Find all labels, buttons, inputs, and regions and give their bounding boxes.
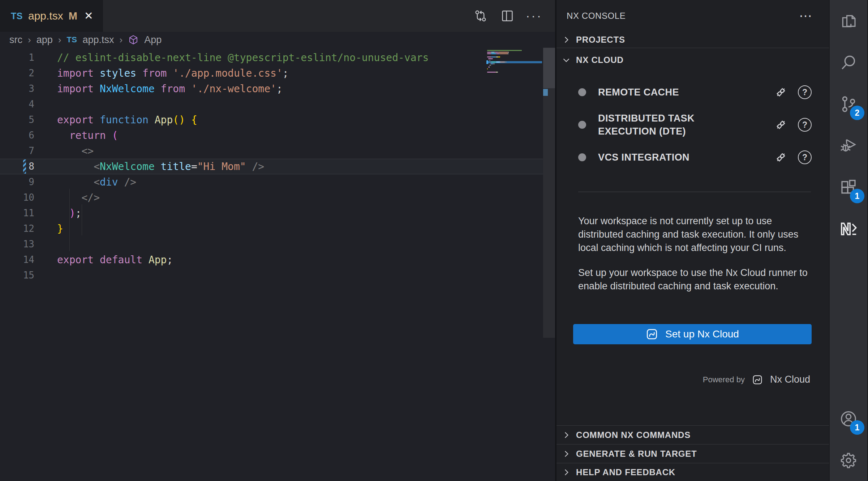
scrollbar-slider[interactable] <box>543 48 555 88</box>
breadcrumb-symbol[interactable]: App <box>144 34 162 46</box>
minimap[interactable] <box>487 50 542 93</box>
tab-filename: app.tsx <box>28 10 63 22</box>
chevron-down-icon <box>562 55 571 65</box>
line-number: 3 <box>0 81 34 97</box>
code-text: import NxWelcome from './nx-welcome'; <box>57 81 283 97</box>
line-number: 8 <box>0 159 34 174</box>
accounts-badge: 1 <box>850 420 864 435</box>
activity-item-search[interactable] <box>830 42 867 83</box>
code-line[interactable]: 4 <box>0 97 543 112</box>
panel-header: NX CONSOLE ⋯ <box>557 0 829 32</box>
connect-plug-icon[interactable] <box>773 85 788 100</box>
chevron-right-icon <box>562 468 571 477</box>
code-line[interactable]: 3import NxWelcome from './nx-welcome'; <box>0 81 543 97</box>
editor-scrollbar[interactable] <box>543 48 555 338</box>
status-dot-icon <box>578 121 586 129</box>
symbol-cube-icon <box>128 34 139 45</box>
section-help-and-feedback[interactable]: HELP AND FEEDBACK <box>557 463 829 481</box>
split-editor-icon[interactable] <box>500 9 515 23</box>
activity-item-settings[interactable] <box>830 439 867 481</box>
breadcrumb-app[interactable]: app <box>36 34 53 46</box>
code-line[interactable]: 13 <box>0 237 543 252</box>
typescript-file-icon: TS <box>11 11 23 21</box>
help-question-icon[interactable]: ? <box>798 118 812 132</box>
breadcrumb-file[interactable]: app.tsx <box>83 34 114 46</box>
code-line[interactable]: 6 return ( <box>0 128 543 143</box>
chevron-right-icon: › <box>58 34 61 46</box>
minimap-line <box>487 63 542 64</box>
chevron-right-icon <box>562 449 571 459</box>
code-line[interactable]: 10 </> <box>0 190 543 205</box>
code-text: </> <box>57 190 100 205</box>
code-line[interactable]: 2import styles from './app.module.css'; <box>0 65 543 81</box>
list-item-vcs-integration[interactable]: VCS INTEGRATION ? <box>557 141 829 174</box>
activity-item-run-and-debug[interactable] <box>830 125 867 166</box>
line-number: 4 <box>0 97 34 112</box>
line-number: 14 <box>0 252 34 268</box>
section-projects[interactable]: PROJECTS <box>557 32 829 48</box>
code-line[interactable]: 5export function App() { <box>0 112 543 128</box>
section-common-nx-commands[interactable]: COMMON NX COMMANDS <box>557 425 829 444</box>
gear-icon <box>839 451 858 470</box>
tab-app-tsx[interactable]: TS app.tsx M ✕ <box>0 0 103 32</box>
help-question-icon[interactable]: ? <box>798 85 812 99</box>
section-projects-label: PROJECTS <box>576 35 625 45</box>
code-editor[interactable]: 1// eslint-disable-next-line @typescript… <box>0 48 555 481</box>
item-label: DISTRIBUTED TASK EXECUTION (DTE) <box>598 112 721 138</box>
minimap-line <box>487 72 542 73</box>
search-icon <box>839 53 858 72</box>
more-actions-icon[interactable]: ⋯ <box>799 13 814 18</box>
code-line[interactable]: 15 <box>0 268 543 283</box>
section-label: GENERATE & RUN TARGET <box>576 449 697 459</box>
workspace-status-text: Your workspace is not currently set up t… <box>557 214 829 255</box>
connect-plug-icon[interactable] <box>773 117 788 132</box>
code-line[interactable]: 9 <div /> <box>0 174 543 190</box>
run-debug-icon <box>839 136 858 156</box>
activity-item-nx-console[interactable] <box>830 208 867 250</box>
section-label: HELP AND FEEDBACK <box>576 467 675 477</box>
breadcrumb-src[interactable]: src <box>9 34 22 46</box>
code-text: import styles from './app.module.css'; <box>57 65 289 81</box>
line-number: 13 <box>0 237 34 252</box>
nx-console-icon <box>839 219 858 239</box>
status-dot-icon <box>578 153 586 161</box>
code-line[interactable]: 7 <> <box>0 143 543 159</box>
code-text: export default App; <box>57 252 173 268</box>
nx-cloud-items: REMOTE CACHE ? <box>557 72 829 174</box>
line-number: 6 <box>0 128 34 143</box>
code-text: <NxWelcome title="Hi Mom" /> <box>57 159 264 174</box>
list-item-dte[interactable]: DISTRIBUTED TASK EXECUTION (DTE) <box>557 108 829 141</box>
powered-by: Powered by Nx Cloud <box>557 374 829 385</box>
chevron-right-icon <box>562 35 571 44</box>
list-item-remote-cache[interactable]: REMOTE CACHE ? <box>557 76 829 108</box>
minimap-line <box>487 50 542 51</box>
code-line[interactable]: 1// eslint-disable-next-line @typescript… <box>0 50 543 65</box>
close-icon[interactable]: ✕ <box>84 10 93 21</box>
activity-item-explorer[interactable] <box>830 0 867 42</box>
git-modified-badge: M <box>69 10 77 22</box>
open-changes-icon[interactable] <box>473 9 488 23</box>
setup-button-label: Set up Nx Cloud <box>665 328 739 340</box>
nx-console-panel: NX CONSOLE ⋯ PROJECTS NX CLOUD REMOTE CA… <box>557 0 830 481</box>
indent-guide <box>69 189 70 251</box>
code-text: <div /> <box>57 174 136 190</box>
editor-actions: ··· <box>473 0 555 32</box>
code-line[interactable]: 8 <NxWelcome title="Hi Mom" /> <box>0 159 543 174</box>
activity-item-extensions[interactable]: 1 <box>830 166 867 208</box>
explorer-icon <box>839 11 858 31</box>
line-number: 10 <box>0 190 34 205</box>
more-actions-icon[interactable]: ··· <box>527 9 541 23</box>
chevron-right-icon: › <box>28 34 31 46</box>
help-question-icon[interactable]: ? <box>798 150 812 164</box>
minimap-line <box>487 70 542 71</box>
minimap-line <box>487 56 542 58</box>
setup-nx-cloud-button[interactable]: Set up Nx Cloud <box>573 324 812 344</box>
section-nx-cloud[interactable]: NX CLOUD <box>557 48 829 72</box>
setup-hint-text: Set up your workspace to use the Nx Clou… <box>557 266 829 293</box>
section-generate-run-target[interactable]: GENERATE & RUN TARGET <box>557 444 829 463</box>
connect-plug-icon[interactable] <box>773 150 788 165</box>
code-line[interactable]: 14export default App; <box>0 252 543 268</box>
powered-by-brand: Nx Cloud <box>770 374 810 385</box>
activity-item-source-control[interactable]: 2 <box>830 83 867 125</box>
activity-item-accounts[interactable]: 1 <box>830 398 867 439</box>
